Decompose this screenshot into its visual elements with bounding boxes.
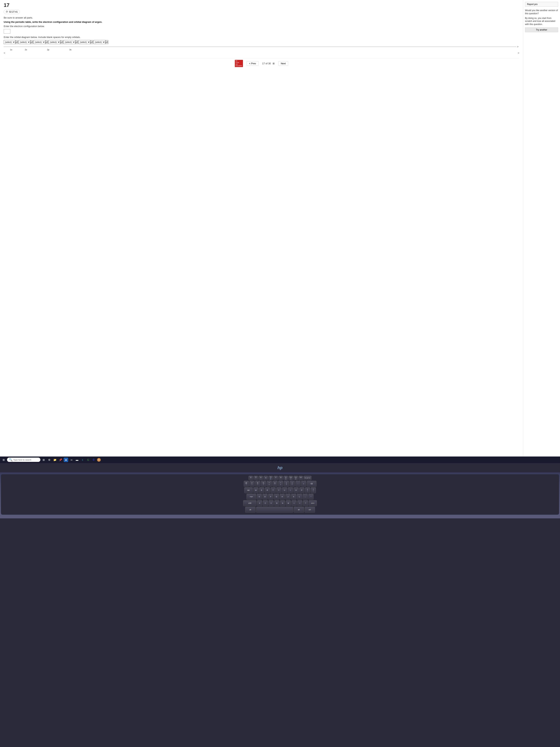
orbital-select-4[interactable]: (select)↑↓↑↓ [49,40,60,44]
key-4[interactable]: $4 [255,481,260,487]
key-quote[interactable]: " [308,494,314,500]
taskbar-icon-3[interactable]: 📁 [53,458,57,462]
taskbar-icon-c[interactable]: © [91,458,96,462]
key-slash[interactable]: ? [303,500,308,506]
prev-button[interactable]: < Prev [247,61,259,66]
report-button[interactable]: Report pro [525,2,558,7]
taskbar-icon-a[interactable]: a [64,458,68,462]
taskbar-icon-e[interactable]: ε [80,458,85,462]
key-x[interactable]: X [257,500,262,506]
orbital-arrow-6[interactable]: ▲▼ [90,40,93,44]
key-pause[interactable]: paus [309,500,317,506]
orbital-select-5[interactable]: (select)↑↓↑↓ [64,40,75,44]
key-u[interactable]: U [282,487,287,493]
key-w[interactable]: W [254,487,259,493]
key-f3[interactable]: f3☆ [254,476,258,480]
key-n[interactable]: N [280,500,285,506]
key-3[interactable]: #3 [249,481,255,487]
key-f7[interactable]: f7← [273,476,278,480]
taskbar-plus[interactable]: + [97,458,101,462]
key-backspace[interactable]: ⌫ [307,481,317,487]
key-y[interactable]: Y [276,487,282,493]
scroll-left-btn[interactable]: < [4,52,5,54]
key-o[interactable]: O [294,487,299,493]
orbital-select-6[interactable]: (select)↑↓↑↓ [79,40,90,44]
key-k[interactable]: K [291,494,296,500]
orbital-arrow-2[interactable]: ▲▼ [30,40,33,44]
key-b[interactable]: B [274,500,279,506]
orbital-select-2[interactable]: (select)↑↓↑↓ [19,40,30,44]
key-p[interactable]: P [299,487,304,493]
taskbar-icon-5[interactable]: ∞ [69,458,74,462]
key-h[interactable]: H [279,494,285,500]
start-icon[interactable]: ⊞ [1,458,6,462]
key-v[interactable]: V [268,500,274,506]
key-9[interactable]: (9 [284,481,289,487]
taskbar-icon-6[interactable]: ▬ [75,458,79,462]
label-2s: 2s [19,49,33,51]
scroll-right-icon[interactable]: > [516,45,519,48]
config-input-box[interactable] [4,29,10,33]
key-d[interactable]: D [262,494,268,500]
key-f12[interactable]: f12→ [298,476,303,480]
key-bracket-right[interactable]: }] [311,487,316,493]
orbital-select-3[interactable]: (select)↑↓↑↓ [34,40,45,44]
key-6[interactable]: ^6 [267,481,272,487]
key-f[interactable]: F [268,494,273,500]
key-tab[interactable]: tab [244,487,253,493]
key-ins[interactable]: ins prt sc [303,476,311,480]
key-t[interactable]: T [271,487,276,493]
orbital-select-1[interactable]: (select)↑↓↑↓ [4,40,16,44]
orbital-arrow-7[interactable]: ▲▼ [105,40,108,44]
key-f9[interactable]: f9⏮ [284,476,288,480]
key-space[interactable] [256,507,293,513]
key-bracket-left[interactable]: {[ [305,487,310,493]
key-g[interactable]: G [274,494,279,500]
key-s[interactable]: S [257,494,262,500]
taskbar-search-bar[interactable]: 🔍 Type here to search [7,458,41,462]
key-0[interactable]: )0 [290,481,295,487]
key-equals[interactable]: = [301,481,306,487]
key-f2[interactable]: f2* [248,476,253,480]
key-shift-left[interactable]: shift [243,500,257,506]
key-alt-left[interactable]: alt [245,507,256,513]
taskbar-icon-4[interactable]: 📌 [58,458,62,462]
orbital-arrow-4[interactable]: ▲▼ [60,40,63,44]
key-minus[interactable]: - [295,481,300,487]
key-f10[interactable]: f10⏯ [289,476,293,480]
key-5[interactable]: %5 [261,481,266,487]
key-e[interactable]: E [259,487,264,493]
key-m[interactable]: M [286,500,291,506]
search-placeholder: Type here to search [14,459,31,461]
key-f5[interactable]: f5 [264,476,268,480]
key-i[interactable]: I [288,487,293,493]
taskbar-icon-2[interactable]: ⚙ [47,458,52,462]
key-ctrl-right[interactable]: ctrl [304,507,315,513]
sidebar-extra-text: By doing so, you start from scratch and … [525,17,558,26]
key-r[interactable]: R [265,487,270,493]
key-l[interactable]: L [297,494,302,500]
key-c[interactable]: C [263,500,268,506]
taskbar-icon-g[interactable]: G [86,458,90,462]
key-f4[interactable]: f4□ [259,476,263,480]
try-another-button[interactable]: Try another [525,27,558,32]
key-caps[interactable]: caps [246,494,256,500]
key-comma[interactable]: < [292,500,297,506]
key-semicolon[interactable]: ; [302,494,308,500]
key-j[interactable]: J [285,494,291,500]
key-f11[interactable]: f11⏭ [294,476,298,480]
orbital-arrow-1[interactable]: ▲▼ [16,40,18,44]
key-f6[interactable]: f6🔈 [268,476,273,480]
key-period[interactable]: > [297,500,302,506]
key-alt-right[interactable]: alt [294,507,304,513]
key-8[interactable]: *8 [278,481,283,487]
key-f8[interactable]: f8+ [278,476,283,480]
orbital-arrow-3[interactable]: ▲▼ [45,40,48,44]
orbital-select-7[interactable]: (select)↑↓↑↓ [94,40,105,44]
scroll-right-btn[interactable]: > [518,52,519,54]
taskbar-icon-1[interactable]: ⊞ [42,458,46,462]
next-button[interactable]: Next [278,61,288,66]
orbital-arrow-5[interactable]: ▲▼ [75,40,78,44]
key-7[interactable]: &7 [272,481,277,487]
key-2[interactable]: @2 [244,481,249,487]
